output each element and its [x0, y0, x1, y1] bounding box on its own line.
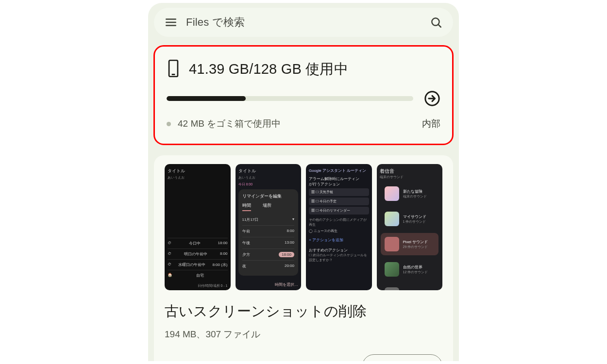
- thumb-title: タイトル: [238, 168, 299, 174]
- old-screenshots-title: 古いスクリーンショットの削除: [165, 302, 442, 321]
- trash-usage-text: 42 MB をゴミ箱で使用中: [178, 117, 422, 130]
- files-app-screen: Files で検索 41.39 GB/128 GB 使用中 42 MB をゴミ箱…: [148, 3, 459, 361]
- select-files-button[interactable]: ファイルを選択: [362, 354, 442, 361]
- screenshot-thumbnail[interactable]: 着信音 端末のサウンド 新たな冒険端末のサウンド マイサウンド1 件のサウンド …: [377, 164, 443, 290]
- thumb-subtitle: あいうえお: [168, 175, 228, 180]
- old-screenshots-subtitle: 194 MB、307 ファイル: [165, 328, 442, 341]
- arrow-right-circle-icon[interactable]: [424, 90, 440, 107]
- phone-icon: [167, 59, 180, 80]
- search-bar[interactable]: Files で検索: [154, 8, 453, 37]
- thumb-title: タイトル: [168, 168, 228, 174]
- storage-usage-card[interactable]: 41.39 GB/128 GB 使用中 42 MB をゴミ箱で使用中 内部: [154, 46, 453, 145]
- storage-location-label: 内部: [422, 117, 440, 130]
- screenshot-thumbnail[interactable]: タイトル あいうえお 今日 8:00 リマインダーを編集 時間場所 11月17日…: [236, 164, 302, 290]
- svg-line-4: [438, 25, 441, 27]
- search-icon[interactable]: [430, 16, 442, 29]
- storage-progress-fill: [167, 96, 246, 101]
- search-placeholder: Files で検索: [186, 15, 421, 30]
- thumb-subtitle: あいうえお: [238, 175, 299, 180]
- hamburger-menu-icon[interactable]: [165, 16, 177, 29]
- storage-usage-title: 41.39 GB/128 GB 使用中: [189, 60, 348, 79]
- screenshot-thumbnail[interactable]: タイトル あいうえお ⏱今日中18:00 ⏱明日の午前中8:00 ⏱水曜日の午前…: [165, 164, 231, 290]
- screenshot-thumbnails-row: タイトル あいうえお ⏱今日中18:00 ⏱明日の午前中8:00 ⏱水曜日の午前…: [165, 164, 442, 290]
- old-screenshots-card: タイトル あいうえお ⏱今日中18:00 ⏱明日の午前中8:00 ⏱水曜日の午前…: [154, 155, 453, 361]
- trash-dot-indicator: [167, 122, 171, 126]
- screenshot-thumbnail[interactable]: Google アシスタント ルーティン アラーム解除時にルーティン が行うアクシ…: [306, 164, 372, 290]
- storage-progress-bar: [167, 96, 413, 101]
